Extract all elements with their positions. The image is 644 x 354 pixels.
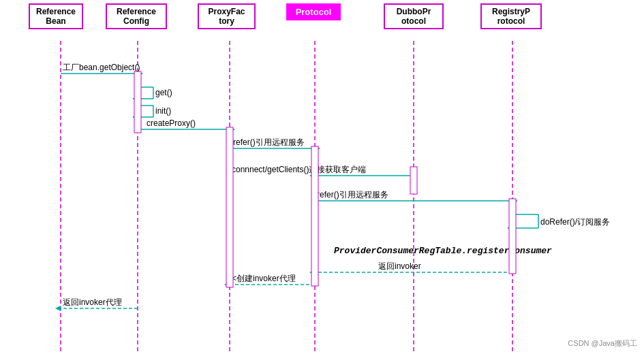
svg-text:返回invoker代理: 返回invoker代理 <box>63 297 122 307</box>
svg-text:<创建invoker代理: <创建invoker代理 <box>232 274 296 283</box>
svg-text:refer()引用远程服务: refer()引用远程服务 <box>233 138 305 147</box>
svg-marker-26 <box>309 173 315 178</box>
svg-marker-23 <box>315 146 320 151</box>
svg-rect-49 <box>410 167 417 194</box>
lifeline-header-registryprotocol: RegistryP rotocol <box>480 3 542 29</box>
lifeline-header-protocol: Protocol <box>286 3 341 20</box>
svg-text:connnect/getClients()连接获取客户端: connnect/getClients()连接获取客户端 <box>232 165 366 174</box>
svg-marker-44 <box>55 306 61 311</box>
svg-marker-38 <box>309 270 315 275</box>
svg-text:createProxy(): createProxy() <box>147 118 196 128</box>
lifeline-header-proxyfactory: ProxyFac tory <box>198 3 256 29</box>
svg-marker-17 <box>132 114 138 120</box>
sequence-diagram: 工厂bean.getObject() get() init() createPr… <box>0 0 644 354</box>
svg-text:doRefer()/订阅服务: doRefer()/订阅服务 <box>540 217 610 227</box>
svg-text:ProviderConsumerRegTable.regis: ProviderConsumerRegTable.registerConsume… <box>334 246 552 256</box>
svg-marker-12 <box>132 96 138 101</box>
svg-rect-48 <box>311 146 318 286</box>
svg-marker-29 <box>512 198 518 204</box>
svg-text:get(): get() <box>155 88 172 97</box>
diagram-svg: 工厂bean.getObject() get() init() createPr… <box>0 0 644 354</box>
lifeline-header-dubboprotocol: DubboPr otocol <box>384 3 444 29</box>
watermark: CSDN @Java搬码工 <box>568 338 637 349</box>
svg-rect-46 <box>134 71 141 133</box>
svg-text:返回invoker: 返回invoker <box>378 261 421 271</box>
svg-marker-7 <box>138 71 143 76</box>
svg-rect-47 <box>226 127 233 287</box>
svg-marker-41 <box>224 282 230 287</box>
lifeline-header-refbean: Reference Bean <box>29 3 83 29</box>
svg-marker-20 <box>230 127 235 132</box>
svg-text:工厂bean.getObject(): 工厂bean.getObject() <box>63 63 140 72</box>
lifeline-header-refconfig: Reference Config <box>106 3 167 29</box>
svg-marker-34 <box>507 225 512 231</box>
svg-text:refer()引用远程服务: refer()引用远程服务 <box>317 190 388 199</box>
svg-rect-50 <box>509 199 516 274</box>
svg-text:init(): init() <box>155 106 171 116</box>
